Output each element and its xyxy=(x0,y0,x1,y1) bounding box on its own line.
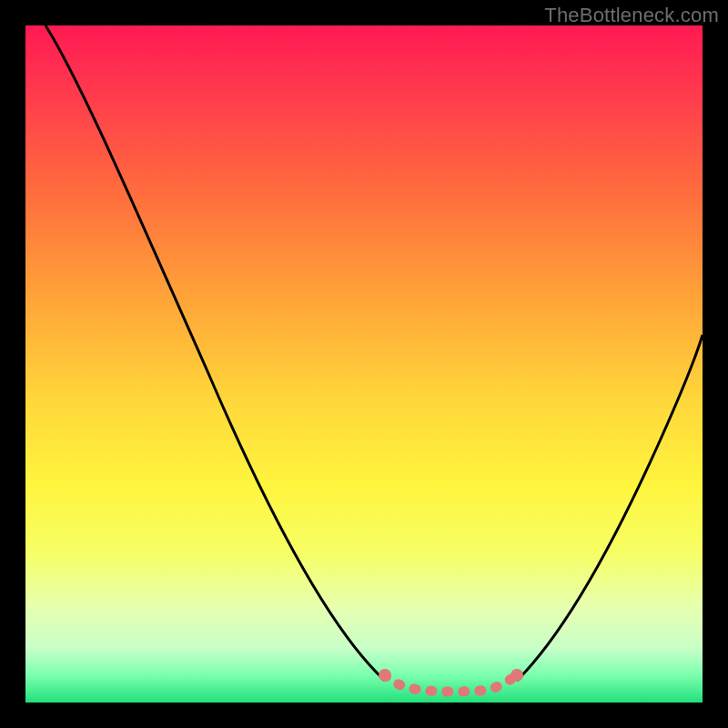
floor-dot-end xyxy=(511,669,523,682)
curve-left-path xyxy=(46,25,385,681)
floor-dots-path xyxy=(385,675,517,692)
watermark-label: TheBottleneck.com xyxy=(544,4,719,27)
chart-overlay xyxy=(25,25,703,703)
curve-right-path xyxy=(517,335,703,681)
floor-dot-start xyxy=(379,669,391,682)
plot-area xyxy=(25,25,703,703)
chart-frame: TheBottleneck.com xyxy=(0,0,728,728)
